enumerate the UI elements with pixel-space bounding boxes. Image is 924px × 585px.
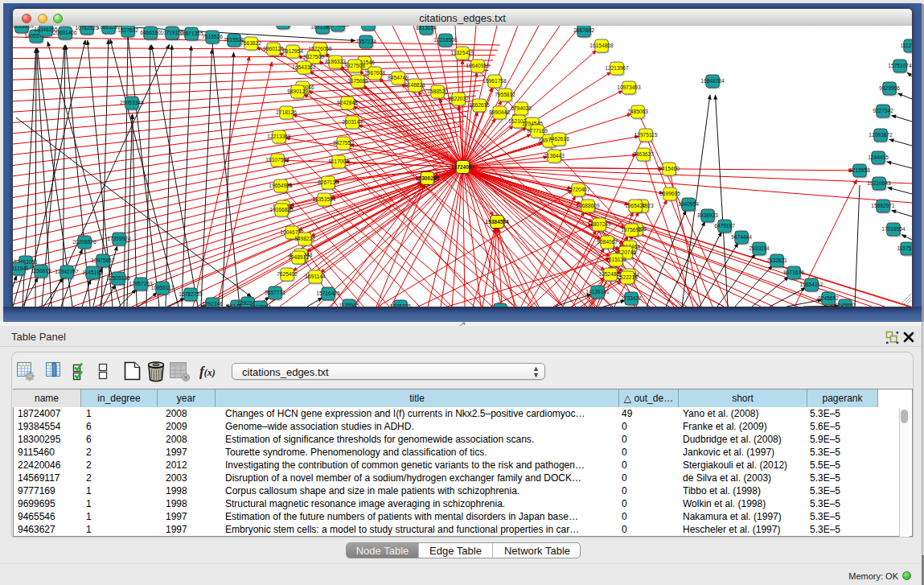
- svg-text:10654112: 10654112: [800, 282, 823, 287]
- svg-text:9543251: 9543251: [358, 26, 379, 27]
- svg-text:1112753: 1112753: [901, 43, 912, 48]
- svg-text:8454749: 8454749: [388, 75, 409, 80]
- svg-text:8938923: 8938923: [697, 212, 718, 218]
- svg-text:7515526: 7515526: [202, 34, 223, 39]
- svg-text:16033809: 16033809: [13, 26, 34, 29]
- svg-text:8427552: 8427552: [333, 140, 354, 146]
- svg-text:8215958: 8215958: [849, 167, 870, 173]
- svg-text:9117004: 9117004: [328, 159, 349, 164]
- svg-text:2933114: 2933114: [749, 245, 770, 251]
- svg-text:20691406: 20691406: [53, 30, 77, 35]
- svg-text:15720407: 15720407: [566, 187, 590, 192]
- svg-text:12213369: 12213369: [267, 134, 291, 139]
- svg-text:1135945: 1135945: [339, 303, 359, 307]
- svg-text:9463627: 9463627: [633, 151, 654, 157]
- svg-text:18724007: 18724007: [451, 164, 475, 170]
- svg-text:12093872: 12093872: [869, 132, 893, 138]
- svg-text:2687682: 2687682: [573, 27, 594, 33]
- svg-text:2522214: 2522214: [617, 274, 638, 280]
- svg-text:1588520: 1588520: [427, 89, 448, 94]
- svg-text:3675685: 3675685: [347, 78, 368, 84]
- svg-text:16107552: 16107552: [265, 157, 290, 163]
- svg-text:16961758: 16961758: [483, 78, 507, 84]
- svg-text:9245652: 9245652: [818, 295, 839, 301]
- svg-text:17957253: 17957253: [129, 281, 153, 286]
- svg-text:1145193: 1145193: [82, 270, 103, 275]
- svg-text:12213967: 12213967: [605, 65, 629, 71]
- svg-text:29053346: 29053346: [120, 100, 144, 105]
- svg-text:16154808: 16154808: [589, 43, 614, 48]
- svg-text:11325419: 11325419: [451, 50, 474, 56]
- svg-text:12218506: 12218506: [433, 37, 458, 43]
- svg-text:20206576: 20206576: [72, 239, 97, 245]
- svg-text:8186323: 8186323: [325, 59, 346, 64]
- svg-text:9329966: 9329966: [879, 85, 900, 91]
- svg-text:7632621: 7632621: [766, 257, 787, 263]
- svg-text:17016504: 17016504: [881, 226, 906, 232]
- svg-text:12505135: 12505135: [106, 275, 130, 281]
- svg-text:9327500: 9327500: [303, 54, 324, 60]
- svg-text:1615132: 1615132: [606, 257, 626, 262]
- svg-text:7663822: 7663822: [240, 40, 261, 46]
- svg-text:10782525: 10782525: [75, 26, 99, 31]
- svg-text:6466160: 6466160: [140, 30, 161, 35]
- svg-text:16671355: 16671355: [179, 31, 203, 36]
- svg-text:7357224: 7357224: [355, 39, 376, 44]
- svg-text:1244415: 1244415: [868, 154, 889, 160]
- svg-text:9657771: 9657771: [265, 290, 285, 295]
- svg-text:18807249: 18807249: [587, 221, 611, 227]
- svg-text:19654985: 19654985: [269, 183, 293, 188]
- svg-text:3911941: 3911941: [13, 266, 29, 271]
- svg-text:8822037: 8822037: [448, 96, 469, 101]
- svg-text:7462616: 7462616: [548, 136, 569, 142]
- svg-text:9242848: 9242848: [337, 100, 358, 105]
- svg-text:19384554: 19384554: [485, 219, 509, 225]
- svg-text:2136443: 2136443: [544, 153, 565, 159]
- svg-text:9474444: 9474444: [731, 234, 752, 240]
- svg-text:1733426: 1733426: [621, 295, 642, 301]
- svg-text:6794028: 6794028: [511, 105, 532, 111]
- svg-text:2718126: 2718126: [276, 109, 297, 115]
- svg-text:10688609: 10688609: [576, 203, 600, 208]
- svg-text:9146821: 9146821: [405, 82, 425, 88]
- svg-text:1167533: 1167533: [897, 245, 912, 251]
- svg-text:1292346: 1292346: [202, 301, 223, 307]
- svg-text:9777169: 9777169: [527, 128, 548, 134]
- svg-text:9699695: 9699695: [659, 191, 680, 196]
- svg-text:9948913: 9948913: [288, 254, 309, 260]
- svg-text:8498222: 8498222: [294, 236, 315, 241]
- svg-text:7625402: 7625402: [277, 271, 298, 277]
- svg-text:9415460: 9415460: [659, 166, 680, 171]
- svg-text:10973493: 10973493: [617, 84, 641, 90]
- svg-text:1862615: 1862615: [469, 102, 490, 108]
- svg-text:1156819: 1156819: [31, 268, 51, 274]
- svg-text:1527602: 1527602: [117, 27, 138, 33]
- svg-text:12975115: 12975115: [634, 132, 658, 138]
- svg-text:17359924: 17359924: [107, 236, 131, 241]
- svg-text:1975692: 1975692: [621, 227, 642, 233]
- svg-text:18300295: 18300295: [416, 175, 440, 181]
- svg-text:1691144: 1691144: [305, 274, 326, 279]
- svg-text:9245652: 9245652: [835, 303, 856, 307]
- svg-text:9327508: 9327508: [344, 63, 365, 68]
- svg-text:2967608: 2967608: [364, 70, 385, 76]
- svg-text:12043852: 12043852: [326, 26, 350, 27]
- svg-text:14136141: 14136141: [585, 289, 610, 295]
- svg-text:9084067: 9084067: [597, 239, 618, 245]
- svg-text:15692971: 15692971: [871, 203, 895, 208]
- svg-text:9227342: 9227342: [873, 108, 893, 113]
- svg-text:8813054: 8813054: [416, 26, 437, 31]
- svg-text:9235705: 9235705: [390, 303, 411, 307]
- svg-text:10958117: 10958117: [151, 285, 175, 290]
- svg-text:1640954: 1640954: [678, 201, 699, 207]
- svg-text:2603144: 2603144: [342, 119, 363, 125]
- svg-text:19166825: 19166825: [269, 207, 294, 212]
- svg-text:8267130: 8267130: [318, 179, 339, 185]
- svg-text:16543362: 16543362: [292, 64, 316, 70]
- svg-text:8912954: 8912954: [282, 48, 303, 54]
- svg-text:15716485: 15716485: [316, 290, 340, 296]
- svg-text:11353594: 11353594: [313, 196, 336, 202]
- svg-text:7955812: 7955812: [495, 92, 515, 97]
- svg-text:16210643: 16210643: [867, 180, 891, 186]
- svg-text:8113054: 8113054: [250, 304, 271, 307]
